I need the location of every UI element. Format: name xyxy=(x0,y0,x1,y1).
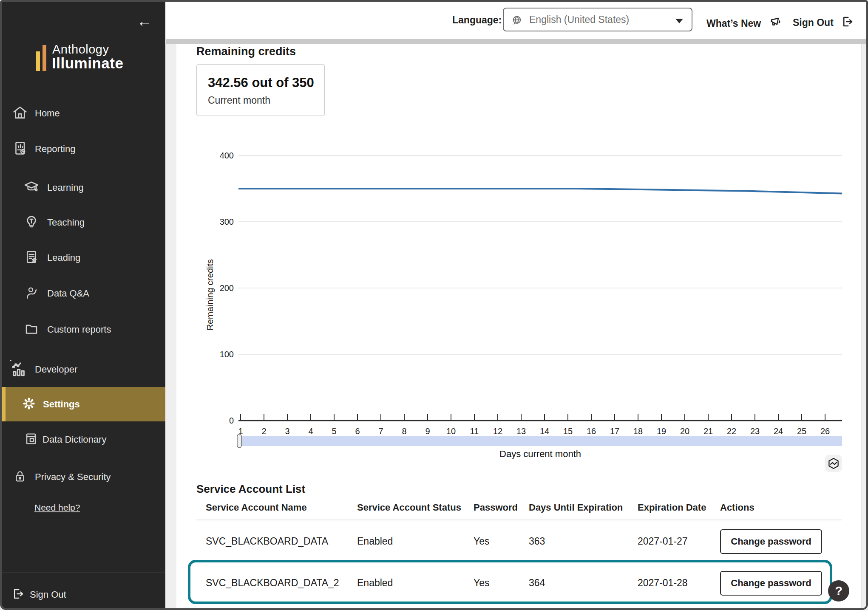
sidebar-item-label: Leading xyxy=(47,252,80,263)
x-tick-label: 22 xyxy=(727,426,736,436)
sidebar-divider-bottom xyxy=(2,573,165,573)
column-header-service-account-status: Service Account Status xyxy=(357,502,461,513)
sidebar-item-label: Privacy & Security xyxy=(35,472,111,483)
x-tick-label: 9 xyxy=(425,426,430,436)
x-tick-label: 13 xyxy=(516,426,526,436)
y-tick-label: 300 xyxy=(220,217,234,226)
service-account-list-heading: Service Account List xyxy=(196,483,305,496)
x-tick-label: 3 xyxy=(285,426,289,436)
logo-bar-orange xyxy=(43,45,46,71)
remaining-credits-heading: Remaining credits xyxy=(196,45,296,58)
x-tick-label: 18 xyxy=(633,426,643,436)
graduation-cap-icon xyxy=(24,179,39,196)
x-tick-label: 21 xyxy=(703,426,713,436)
range-slider-handle[interactable] xyxy=(237,434,241,448)
x-tick-label: 14 xyxy=(540,426,549,436)
x-tick-label: 20 xyxy=(680,426,689,436)
sidebar-item-reporting[interactable]: Reporting xyxy=(2,140,165,158)
sign-out-icon xyxy=(12,587,25,602)
x-tick-label: 11 xyxy=(470,426,479,436)
gear-icon xyxy=(22,397,36,412)
person-raising-hand-icon xyxy=(24,285,39,302)
change-password-button[interactable]: Change password xyxy=(720,529,822,554)
x-tick-label: 10 xyxy=(446,426,456,436)
credits-value: 342.56 out of 350 xyxy=(208,75,314,90)
topbar: Language: English (United States) What’s… xyxy=(165,2,868,37)
x-tick-label: 23 xyxy=(750,426,760,436)
credits-card: 342.56 out of 350 Current month xyxy=(196,64,325,116)
sidebar-item-label: Settings xyxy=(43,399,80,410)
x-tick-label: 19 xyxy=(657,426,666,436)
dictionary-icon xyxy=(24,432,38,448)
sidebar-item-custom-reports[interactable]: Custom reports xyxy=(2,320,165,339)
cell-days: 364 xyxy=(529,577,545,589)
sidebar-item-label: Teaching xyxy=(47,217,85,228)
x-tick-label: 15 xyxy=(563,426,573,436)
y-axis-title: Remaining credits xyxy=(205,259,215,330)
x-tick-label: 2 xyxy=(261,426,266,436)
cell-expiration: 2027-01-28 xyxy=(638,577,688,589)
whats-new-link[interactable]: What’s New xyxy=(706,13,783,29)
y-tick-label: 200 xyxy=(220,283,234,293)
sign-out-icon xyxy=(841,15,854,31)
whats-new-label: What’s New xyxy=(706,18,761,29)
x-tick-label: 24 xyxy=(774,426,783,436)
sidebar-sign-out[interactable]: Sign Out xyxy=(2,584,165,605)
table-header-divider xyxy=(196,520,842,520)
cell-password: Yes xyxy=(474,577,490,589)
cell-expiration: 2027-01-27 xyxy=(638,536,688,547)
y-tick-label: 0 xyxy=(229,416,234,425)
cell-status: Enabled xyxy=(357,536,393,547)
y-tick-label: 400 xyxy=(220,151,234,160)
help-button[interactable]: ? xyxy=(828,580,849,602)
sidebar-item-home[interactable]: Home xyxy=(2,104,165,123)
cell-status: Enabled xyxy=(357,577,393,589)
x-tick-label: 8 xyxy=(402,426,406,436)
remaining-credits-chart[interactable]: 0100200300400Remaining credits1234567891… xyxy=(162,142,867,477)
sidebar-item-data-dictionary[interactable]: Data Dictionary xyxy=(2,430,165,449)
column-header-service-account-name: Service Account Name xyxy=(206,502,307,513)
topbar-sign-out[interactable]: Sign Out xyxy=(793,13,854,28)
x-tick-label: 4 xyxy=(308,426,313,436)
logo-text-illuminate: Illuminate xyxy=(52,55,123,72)
sidebar-item-privacy-security[interactable]: Privacy & Security xyxy=(2,468,165,486)
sidebar-collapse-icon[interactable]: ← xyxy=(134,13,155,30)
language-dropdown[interactable]: English (United States) xyxy=(503,8,692,31)
report-icon xyxy=(13,141,28,158)
document-star-icon xyxy=(24,249,39,266)
need-help-link[interactable]: Need help? xyxy=(34,503,80,513)
sidebar: ← Anthology Illuminate HomeReportingLear… xyxy=(2,2,165,608)
cell-name: SVC_BLACKBOARD_DATA_2 xyxy=(206,577,339,589)
column-header-actions: Actions xyxy=(720,502,755,513)
language-globe-icon xyxy=(511,14,523,28)
sidebar-divider xyxy=(2,92,165,92)
sidebar-item-developer[interactable]: Developer xyxy=(2,360,165,379)
x-tick-label: 7 xyxy=(378,426,383,436)
sidebar-item-label: Data Dictionary xyxy=(43,434,106,445)
sidebar-item-leading[interactable]: Leading xyxy=(2,249,165,267)
sidebar-item-label: Custom reports xyxy=(47,324,111,335)
lock-icon xyxy=(13,469,27,485)
chart-watermark-button[interactable] xyxy=(825,455,842,472)
change-password-button[interactable]: Change password xyxy=(720,571,822,596)
credits-line-series xyxy=(238,189,842,194)
chart-range-slider[interactable] xyxy=(238,436,842,446)
sidebar-item-settings[interactable]: Settings xyxy=(2,387,165,421)
sidebar-item-data-q-a[interactable]: Data Q&A xyxy=(2,284,165,303)
sidebar-item-teaching[interactable]: Teaching xyxy=(2,213,165,232)
sidebar-item-label: Data Q&A xyxy=(47,288,89,299)
x-tick-label: 16 xyxy=(587,426,596,436)
sidebar-item-label: Developer xyxy=(35,364,77,375)
sidebar-item-label: Learning xyxy=(47,182,84,193)
home-icon xyxy=(12,104,28,122)
folder-icon xyxy=(24,321,39,338)
sidebar-item-learning[interactable]: Learning xyxy=(2,178,165,197)
lightbulb-icon xyxy=(24,214,39,231)
x-tick-label: 6 xyxy=(355,426,360,436)
sidebar-item-label: Reporting xyxy=(35,144,75,155)
language-value: English (United States) xyxy=(529,14,629,25)
x-tick-label: 17 xyxy=(610,426,619,436)
y-tick-label: 100 xyxy=(220,350,234,359)
x-axis-title: Days current month xyxy=(499,449,581,459)
app-window: ← Anthology Illuminate HomeReportingLear… xyxy=(0,0,868,610)
